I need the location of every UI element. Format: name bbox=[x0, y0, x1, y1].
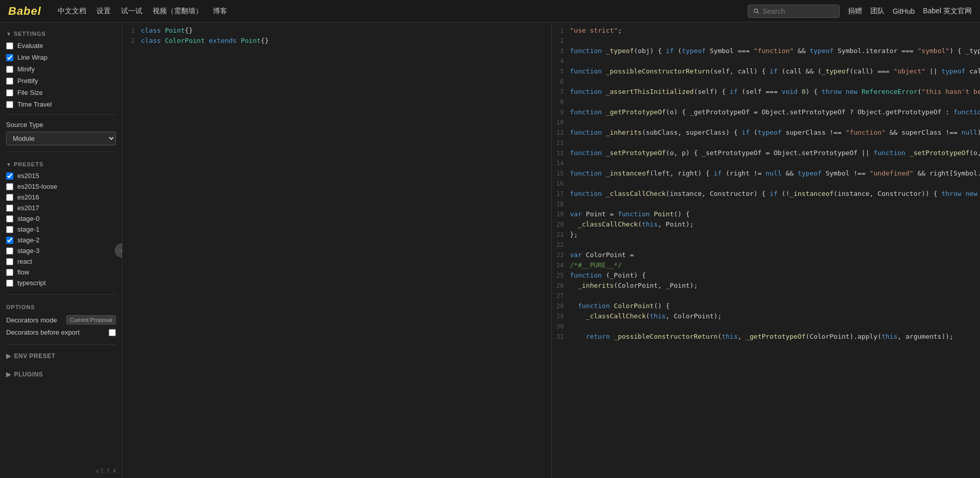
input-panel[interactable]: 1 class Point{} 2 class ColorPoint exten… bbox=[122, 22, 552, 478]
preset-stage-3-label[interactable]: stage-3 bbox=[17, 247, 39, 255]
preset-es2015-loose-checkbox[interactable] bbox=[6, 183, 13, 190]
setting-minify: Minify bbox=[6, 63, 116, 75]
preset-stage-1-checkbox[interactable] bbox=[6, 226, 13, 233]
nav-links: 中文文档 设置 试一试 视频（需翻墙） 博客 bbox=[58, 7, 748, 16]
search-input[interactable] bbox=[763, 7, 834, 15]
preset-es2015-label[interactable]: es2015 bbox=[17, 172, 39, 180]
preset-react-checkbox[interactable] bbox=[6, 258, 13, 265]
prettify-checkbox[interactable] bbox=[6, 78, 13, 85]
preset-typescript-checkbox[interactable] bbox=[6, 280, 13, 287]
nav-link-settings[interactable]: 设置 bbox=[96, 7, 111, 16]
env-preset-section: ▶ ENV PRESET bbox=[0, 347, 122, 365]
output-linenum-24: 24 bbox=[552, 260, 570, 270]
presets-header[interactable]: ▼ PRESETS bbox=[6, 158, 116, 170]
preset-typescript-label[interactable]: typescript bbox=[17, 279, 46, 287]
divider-2 bbox=[6, 152, 116, 152]
preset-es2016: es2016 bbox=[6, 192, 116, 203]
output-linenum-7: 7 bbox=[552, 87, 570, 97]
output-line-7: 7function _assertThisInitialized(self) {… bbox=[552, 87, 981, 97]
nav-link-docs-zh[interactable]: 中文文档 bbox=[58, 7, 86, 16]
source-type-select[interactable]: Module Script bbox=[6, 132, 116, 145]
plugins-header[interactable]: ▶ PLUGINS bbox=[6, 368, 116, 381]
minify-label[interactable]: Minify bbox=[17, 65, 35, 73]
nav-donate[interactable]: 捐赠 bbox=[848, 7, 862, 16]
output-linecontent-28: function ColorPoint() { bbox=[570, 301, 981, 311]
output-line-12: 12 bbox=[552, 138, 981, 148]
evaluate-checkbox[interactable] bbox=[6, 42, 13, 49]
output-linenum-28: 28 bbox=[552, 301, 570, 311]
timetravel-label[interactable]: Time Travel bbox=[17, 100, 52, 108]
output-linecontent-18 bbox=[570, 199, 981, 209]
settings-chevron: ▼ bbox=[6, 31, 12, 37]
setting-line-wrap: Line Wrap bbox=[6, 52, 116, 63]
preset-react: react bbox=[6, 256, 116, 267]
setting-timetravel: Time Travel bbox=[6, 98, 116, 110]
timetravel-checkbox[interactable] bbox=[6, 101, 13, 108]
prettify-label[interactable]: Prettify bbox=[17, 77, 38, 85]
nav-link-blog[interactable]: 博客 bbox=[213, 7, 227, 16]
preset-stage-0-label[interactable]: stage-0 bbox=[17, 215, 39, 222]
output-linecontent-27 bbox=[570, 291, 981, 301]
filesize-label[interactable]: File Size bbox=[17, 89, 43, 96]
output-linenum-4: 4 bbox=[552, 56, 570, 66]
output-linenum-27: 27 bbox=[552, 291, 570, 301]
evaluate-label[interactable]: Evaluate bbox=[17, 42, 43, 49]
env-preset-chevron: ▶ bbox=[6, 353, 11, 360]
preset-es2015-checkbox[interactable] bbox=[6, 172, 13, 180]
output-code-lines: 1"use strict";23function _typeof(obj) { … bbox=[552, 22, 981, 478]
decorators-mode-badge[interactable]: Current Proposal bbox=[66, 315, 116, 324]
preset-es2015-loose-label[interactable]: es2015-loose bbox=[17, 183, 57, 190]
output-line-2: 2 bbox=[552, 36, 981, 46]
nav-en-site[interactable]: Babel 英文官网 bbox=[923, 7, 972, 16]
nav-link-videos[interactable]: 视频（需翻墙） bbox=[153, 7, 203, 16]
decorators-before-row: Decorators before export bbox=[6, 326, 116, 338]
output-linenum-30: 30 bbox=[552, 321, 570, 332]
source-type-section: Source Type Module Script bbox=[0, 117, 122, 149]
preset-stage-2-checkbox[interactable] bbox=[6, 237, 13, 244]
minify-checkbox[interactable] bbox=[6, 66, 13, 73]
output-linecontent-31: return _possibleConstructorReturn(this, … bbox=[570, 332, 981, 342]
preset-stage-3-checkbox[interactable] bbox=[6, 247, 13, 255]
output-line-30: 30 bbox=[552, 321, 981, 332]
output-linenum-8: 8 bbox=[552, 97, 570, 107]
filesize-checkbox[interactable] bbox=[6, 89, 13, 96]
preset-es2017-label[interactable]: es2017 bbox=[17, 204, 39, 212]
preset-stage-1-label[interactable]: stage-1 bbox=[17, 225, 39, 233]
setting-prettify: Prettify bbox=[6, 75, 116, 87]
preset-stage-0-checkbox[interactable] bbox=[6, 215, 13, 222]
output-line-9: 9function _getPrototypeOf(o) { _getProto… bbox=[552, 107, 981, 117]
setting-filesize: File Size bbox=[6, 87, 116, 98]
output-linecontent-15: function _instanceof(left, right) { if (… bbox=[570, 168, 981, 179]
preset-typescript: typescript bbox=[6, 278, 116, 288]
output-line-5: 5function _possibleConstructorReturn(sel… bbox=[552, 66, 981, 77]
output-linenum-22: 22 bbox=[552, 240, 570, 250]
nav-link-try[interactable]: 试一试 bbox=[121, 7, 142, 16]
output-line-6: 6 bbox=[552, 77, 981, 87]
plugins-chevron: ▶ bbox=[6, 371, 11, 378]
preset-stage-2: stage-2 bbox=[6, 235, 116, 245]
nav-github[interactable]: GitHub bbox=[893, 7, 915, 15]
preset-flow-checkbox[interactable] bbox=[6, 269, 13, 276]
env-preset-header[interactable]: ▶ ENV PRESET bbox=[6, 350, 116, 362]
linewrap-label[interactable]: Line Wrap bbox=[17, 54, 47, 61]
output-line-22: 22 bbox=[552, 240, 981, 250]
decorators-before-checkbox[interactable] bbox=[109, 329, 116, 336]
linewrap-checkbox[interactable] bbox=[6, 54, 13, 61]
preset-stage-2-label[interactable]: stage-2 bbox=[17, 236, 39, 244]
preset-flow-label[interactable]: flow bbox=[17, 268, 29, 276]
output-linecontent-5: function _possibleConstructorReturn(self… bbox=[570, 66, 981, 77]
output-linenum-9: 9 bbox=[552, 107, 570, 117]
output-line-26: 26 _inherits(ColorPoint, _Point); bbox=[552, 281, 981, 291]
settings-header[interactable]: ▼ SETTINGS bbox=[6, 28, 116, 40]
output-line-4: 4 bbox=[552, 56, 981, 66]
divider-3 bbox=[6, 294, 116, 295]
search-bar[interactable] bbox=[748, 5, 840, 18]
preset-es2017-checkbox[interactable] bbox=[6, 205, 13, 212]
preset-es2016-checkbox[interactable] bbox=[6, 194, 13, 201]
output-linecontent-6 bbox=[570, 77, 981, 87]
input-line-2: 2 class ColorPoint extends Point{} bbox=[122, 36, 551, 46]
preset-es2016-label[interactable]: es2016 bbox=[17, 193, 39, 201]
preset-react-label[interactable]: react bbox=[17, 258, 32, 265]
output-linenum-1: 1 bbox=[552, 26, 570, 36]
nav-team[interactable]: 团队 bbox=[870, 7, 885, 16]
